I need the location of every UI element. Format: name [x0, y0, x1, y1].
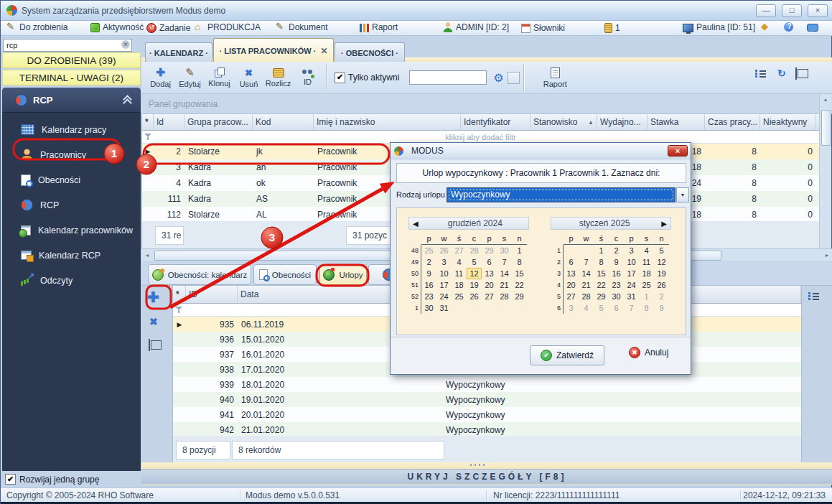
calendar-day[interactable]: 26	[436, 245, 452, 256]
calendar-day[interactable]: 1	[512, 245, 527, 256]
calendar-day[interactable]: 26	[467, 291, 482, 302]
calendar-day[interactable]: 18	[452, 279, 467, 291]
calendar-day[interactable]: 8	[639, 302, 654, 314]
calendar-day[interactable]: 23	[609, 279, 624, 291]
sidebar-item-rcp[interactable]: RCP	[2, 192, 141, 218]
calendar-day[interactable]: 5	[467, 256, 482, 268]
calendar-day[interactable]: 29	[512, 291, 527, 302]
calendar-day[interactable]: 23	[421, 291, 436, 302]
calendar-day[interactable]: 27	[564, 291, 579, 302]
calendar-day[interactable]: 13	[564, 268, 579, 279]
calendar-day[interactable]: 27	[482, 291, 497, 302]
calendar-day[interactable]: 28	[467, 245, 482, 256]
column-header-czas-pracy[interactable]: Czas pracy...	[705, 114, 760, 130]
calendar-day[interactable]: 11	[639, 256, 654, 268]
calendar-day[interactable]: 29	[482, 245, 497, 256]
delete-leave-button[interactable]: ✖	[149, 316, 158, 327]
toolbar-search-input[interactable]	[409, 70, 487, 85]
calendar-day[interactable]: 29	[594, 291, 609, 302]
column-header-id[interactable]: Id	[154, 114, 184, 130]
leave-row[interactable]: 93918.01.2020Wypoczynkowy	[173, 377, 801, 392]
tray-paint-icon[interactable]	[760, 22, 770, 32]
clear-search-icon[interactable]: ✕	[121, 40, 130, 49]
calendar-day[interactable]: 21	[579, 279, 594, 291]
column-header-nieaktywny[interactable]: Nieaktywny	[760, 114, 816, 130]
calendar-day[interactable]: 16	[609, 268, 624, 279]
calendar-day[interactable]: 31	[624, 291, 639, 302]
edytuj-button[interactable]: Edytuj	[175, 62, 205, 93]
column-header-grupa-pracow[interactable]: Grupa pracow...	[184, 114, 253, 130]
column-header-kod[interactable]: Kod	[253, 114, 314, 130]
calendar-day-today[interactable]: 12	[467, 268, 482, 279]
vertical-scroll-thumb[interactable]	[821, 110, 831, 146]
sidebar-item-obecności[interactable]: Obecności	[2, 167, 141, 192]
sidebar-item-kalendarz-pracy[interactable]: Kalendarz pracy	[2, 117, 141, 142]
scroll-left-icon[interactable]: ◂	[142, 251, 152, 260]
tab-lista-pracowników[interactable]: · LISTA PRACOWNIKÓW ·✕	[213, 38, 334, 62]
calendar-day[interactable]: 13	[482, 268, 497, 279]
calendar-day[interactable]: 24	[436, 291, 452, 302]
splitter-handle[interactable]	[469, 464, 487, 466]
terminal-button[interactable]: TERMINAL - UWAGI (2)	[2, 70, 141, 85]
nav-group-header-rcp[interactable]: RCP	[2, 88, 141, 113]
calendar-day[interactable]: 22	[512, 279, 527, 291]
calendar-day[interactable]: 30	[497, 245, 512, 256]
calendar-day[interactable]: 9	[654, 302, 669, 314]
calendar-day[interactable]: 3	[624, 245, 639, 256]
grouping-panel[interactable]: Panel grupowania	[141, 94, 832, 114]
calendar-day[interactable]: 25	[421, 245, 436, 256]
menu-item-raport[interactable]: Raport	[360, 22, 398, 32]
report-button[interactable]: Raport	[543, 67, 567, 88]
calendar-day[interactable]: 7	[497, 256, 512, 268]
calendar-day[interactable]: 14	[497, 268, 512, 279]
calendar-day[interactable]: 4	[452, 256, 467, 268]
calendar-day[interactable]: 18	[639, 268, 654, 279]
calendar-day[interactable]: 7	[624, 302, 639, 314]
sidebar-search-input[interactable]	[3, 39, 132, 52]
calendar-day[interactable]: 12	[654, 256, 669, 268]
filter-options-box[interactable]	[508, 72, 520, 84]
gear-icon[interactable]: ⚙	[493, 71, 503, 85]
calendar-day[interactable]: 25	[639, 279, 654, 291]
column-header-id[interactable]: ID	[186, 286, 238, 303]
next-month-icon[interactable]: ▶	[658, 220, 670, 228]
usuń-button[interactable]: Usuń	[234, 62, 263, 93]
calendar-day[interactable]: 17	[436, 279, 452, 291]
calendar-day[interactable]: 26	[654, 279, 669, 291]
calendar-day[interactable]: 28	[497, 291, 512, 302]
sidebar-item-kalendarz-pracowników[interactable]: Kalendarz pracowników	[2, 218, 141, 243]
calendar-day[interactable]: 25	[452, 291, 467, 302]
detail-tab-obecności[interactable]: Obecności	[253, 264, 317, 285]
menu-item-zadanie[interactable]: Zadanie	[146, 22, 190, 33]
id-button[interactable]: ID	[293, 62, 322, 93]
calendar-day[interactable]: 1	[639, 291, 654, 302]
detail-tab-obecności-kalendarz[interactable]: Obecności: kalendarz	[148, 264, 251, 285]
calendar-day[interactable]: 8	[512, 256, 527, 268]
calendar-day[interactable]: 4	[579, 302, 594, 314]
calendar-day[interactable]: 6	[482, 256, 497, 268]
calendar-day[interactable]: 20	[482, 279, 497, 291]
tray-chat-icon[interactable]	[807, 22, 818, 32]
dodaj-button[interactable]: Dodaj	[146, 62, 175, 93]
calendar-day[interactable]: 9	[609, 256, 624, 268]
menu-item-do-zrobienia[interactable]: Do zrobienia	[6, 22, 67, 32]
calendar-day[interactable]: 24	[624, 279, 639, 291]
calendar-day[interactable]: 27	[452, 245, 467, 256]
dialog-titlebar[interactable]: MODUS	[391, 143, 691, 159]
calendar-day[interactable]: 20	[564, 279, 579, 291]
calendar-day[interactable]: 10	[436, 268, 452, 279]
sidebar-item-pracownicy[interactable]: Pracownicy	[2, 142, 141, 167]
dropdown-arrow-icon[interactable]: ▼	[676, 187, 689, 202]
column-chooser-icon[interactable]	[755, 69, 766, 78]
calendar-day[interactable]: 31	[436, 302, 452, 314]
active-only-checkbox[interactable]	[335, 73, 345, 83]
add-leave-button[interactable]: ✚	[147, 289, 159, 306]
calendar-day[interactable]: 3	[564, 302, 579, 314]
column-header-imię-i-nazwisko[interactable]: Imię i nazwisko	[314, 114, 461, 130]
rozlicz-button[interactable]: Rozlicz	[263, 62, 293, 93]
menu-item-1[interactable]: 1	[604, 22, 620, 33]
confirm-button[interactable]: ✔ Zatwierdź	[530, 345, 604, 365]
expand-one-group-checkbox[interactable]	[5, 474, 16, 485]
tab-close-icon[interactable]: ✕	[320, 46, 327, 56]
column-header-stanowisko[interactable]: Stanowisko▲	[530, 114, 597, 130]
